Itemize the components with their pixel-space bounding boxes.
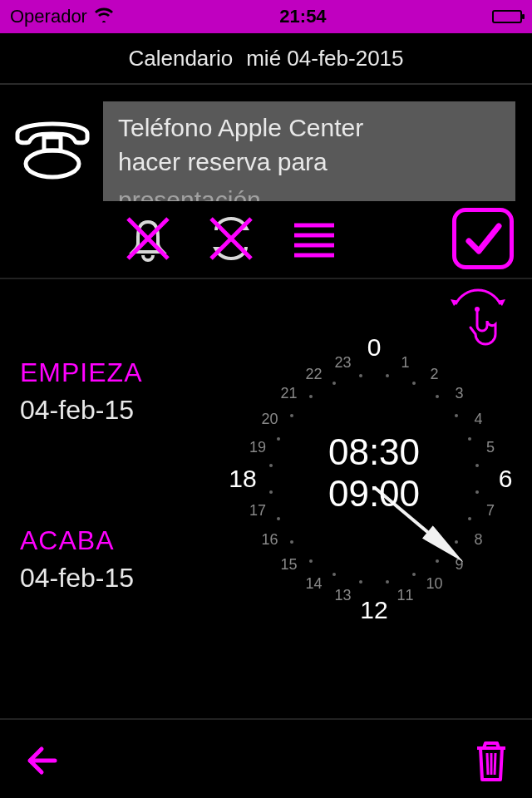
time-dial[interactable]: 01234567891011121314151617181920212223 0… bbox=[233, 337, 515, 620]
dial-hour-5: 5 bbox=[486, 439, 495, 456]
dial-tick bbox=[290, 414, 293, 417]
dial-tick bbox=[436, 395, 439, 398]
svg-point-10 bbox=[475, 307, 480, 312]
dial-hour-17: 17 bbox=[249, 501, 266, 519]
schedule-section: EMPIEZA 04-feb-15 ACABA 04-feb-15 012345… bbox=[0, 279, 532, 687]
phone-icon bbox=[7, 101, 98, 193]
dial-hour-11: 11 bbox=[397, 587, 414, 604]
dial-hour-1: 1 bbox=[401, 353, 410, 371]
dial-tick bbox=[455, 540, 458, 544]
battery-icon bbox=[492, 10, 522, 23]
dial-hour-20: 20 bbox=[261, 410, 278, 427]
starts-block[interactable]: EMPIEZA 04-feb-15 bbox=[20, 357, 219, 426]
dial-tick bbox=[386, 580, 389, 584]
dial-hour-12: 12 bbox=[360, 596, 387, 624]
dial-hour-4: 4 bbox=[475, 410, 483, 427]
dial-tick bbox=[277, 437, 280, 441]
dial-hour-6: 6 bbox=[499, 465, 513, 493]
header-date: mié 04-feb-2015 bbox=[246, 46, 403, 71]
dial-tick bbox=[269, 490, 273, 494]
svg-line-11 bbox=[487, 753, 488, 775]
svg-rect-1 bbox=[44, 137, 61, 150]
dial-tick bbox=[455, 414, 458, 417]
list-button[interactable] bbox=[273, 209, 356, 268]
dial-hour-8: 8 bbox=[475, 530, 483, 548]
dial-tick bbox=[468, 517, 471, 520]
dial-hour-21: 21 bbox=[280, 385, 297, 402]
end-time: 09:00 bbox=[328, 473, 420, 515]
statusbar-time: 21:54 bbox=[114, 6, 492, 27]
ends-label: ACABA bbox=[20, 525, 219, 556]
dial-tick bbox=[309, 395, 313, 398]
svg-line-13 bbox=[495, 753, 495, 775]
dial-hour-0: 0 bbox=[367, 333, 382, 362]
delete-button[interactable] bbox=[472, 738, 510, 783]
action-row bbox=[0, 201, 532, 276]
starts-date: 04-feb-15 bbox=[20, 395, 219, 426]
dial-hour-13: 13 bbox=[334, 587, 351, 604]
ends-block[interactable]: ACABA 04-feb-15 bbox=[20, 525, 219, 594]
event-title: Teléfono Apple Center bbox=[118, 111, 500, 145]
bottom-bar bbox=[0, 723, 532, 798]
title-bar: Calendario mié 04-feb-2015 bbox=[0, 33, 532, 85]
dial-hour-23: 23 bbox=[334, 353, 351, 371]
dial-tick bbox=[475, 490, 479, 494]
alarm-off-button[interactable] bbox=[106, 209, 190, 268]
dial-tick bbox=[359, 374, 362, 377]
dial-tick bbox=[475, 464, 479, 467]
starts-label: EMPIEZA bbox=[20, 357, 219, 388]
dial-hour-14: 14 bbox=[305, 574, 322, 592]
dial-hour-15: 15 bbox=[280, 555, 297, 573]
ends-date: 04-feb-15 bbox=[20, 563, 219, 594]
dial-tick bbox=[269, 464, 273, 467]
svg-point-0 bbox=[26, 150, 79, 177]
confirm-button[interactable] bbox=[452, 208, 514, 269]
dial-tick bbox=[332, 573, 336, 576]
dial-tick bbox=[468, 437, 471, 441]
dial-tick bbox=[412, 573, 416, 576]
event-text: Teléfono Apple Center hacer reserva para… bbox=[103, 101, 515, 201]
dial-tick bbox=[386, 374, 389, 377]
dial-hour-3: 3 bbox=[456, 385, 464, 402]
back-button[interactable] bbox=[22, 738, 66, 783]
dial-hour-16: 16 bbox=[261, 530, 278, 548]
dial-tick bbox=[436, 559, 439, 563]
dial-tick bbox=[309, 559, 313, 563]
repeat-off-button[interactable] bbox=[190, 209, 273, 268]
carrier-label: Operador bbox=[10, 6, 87, 27]
dial-hour-22: 22 bbox=[305, 366, 322, 383]
dial-hour-18: 18 bbox=[229, 465, 256, 493]
status-bar: Operador 21:54 bbox=[0, 0, 532, 33]
event-card[interactable]: Teléfono Apple Center hacer reserva para… bbox=[0, 85, 532, 201]
dial-tick bbox=[277, 517, 280, 520]
dial-hour-10: 10 bbox=[426, 574, 442, 592]
dial-hour-19: 19 bbox=[249, 439, 266, 456]
app-title: Calendario bbox=[128, 46, 233, 71]
event-line2: hacer reserva para bbox=[118, 145, 500, 180]
dial-tick bbox=[290, 540, 293, 544]
dial-tick bbox=[359, 580, 362, 584]
dial-tick bbox=[332, 382, 336, 385]
dial-tick bbox=[412, 382, 416, 385]
divider-bottom bbox=[0, 718, 532, 720]
dial-hour-7: 7 bbox=[486, 501, 495, 519]
wifi-icon bbox=[94, 6, 114, 27]
dial-hour-2: 2 bbox=[430, 366, 438, 383]
event-line3: presentación bbox=[118, 184, 500, 201]
start-time: 08:30 bbox=[328, 431, 420, 473]
